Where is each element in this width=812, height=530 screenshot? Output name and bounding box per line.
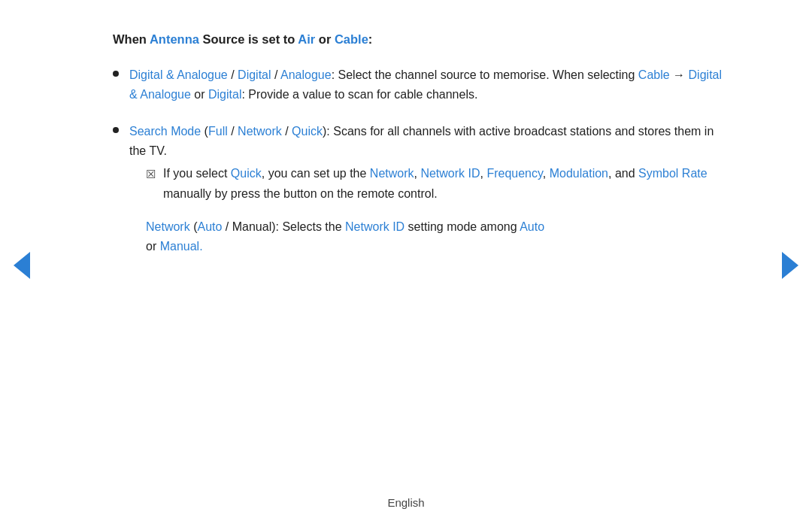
bullet-list: Digital & Analogue / Digital / Analogue:… [113,65,729,257]
sub-block-note: ☒ If you select Quick, you can set up th… [146,164,729,204]
b2-network: Network [238,125,282,138]
heading-suffix: : [368,32,373,46]
note-icon: ☒ [146,165,156,184]
note-mid1: , you can set up the [262,167,370,180]
b1-label1: Digital & Analogue [129,68,228,81]
bullet-text-2: Search Mode (Full / Network / Quick): Sc… [129,122,729,162]
page-container: When Antenna Source is set to Air or Cab… [0,0,812,530]
nl-paren-open: ( [190,220,198,233]
nl-rest: setting mode among [404,220,520,233]
note-item: ☒ If you select Quick, you can set up th… [146,164,729,204]
note-prefix: If you select [163,167,231,180]
b2-label1: Search Mode [129,125,201,138]
footer-text: English [387,496,424,509]
bullet-text-1: Digital & Analogue / Digital / Analogue:… [129,65,729,105]
b1-arrow: → [670,68,689,81]
note-networkid: Network ID [420,167,480,180]
b1-label2: Digital [238,68,271,81]
note-sep3: , [543,167,550,180]
bullet-text-2-wrapper: Search Mode (Full / Network / Quick): Sc… [129,122,729,257]
note-modulation: Modulation [550,167,608,180]
b1-rest3: : Provide a value to scan for cable chan… [241,88,477,101]
nl-mid: ): Selects the [271,220,345,233]
b1-sep2: / [271,68,280,81]
nl-auto2: Auto [520,220,544,233]
b1-cable: Cable [638,68,670,81]
b1-label3: Analogue [280,68,332,81]
nl-network: Network [146,220,190,233]
left-arrow[interactable] [14,252,30,279]
note-network: Network [370,167,414,180]
note-mid2: , and [608,167,638,180]
footer: English [0,496,812,509]
heading-antenna: Antenna [150,32,199,46]
b2-sep2: / [282,125,292,138]
b1-label5: Digital [208,88,241,101]
content-area: When Antenna Source is set to Air or Cab… [68,0,744,289]
nl-end1: or [146,240,160,253]
bullet-dot-1 [113,71,119,77]
b2-full: Full [208,125,228,138]
heading-line: When Antenna Source is set to Air or Cab… [113,30,729,49]
bullet-item-2: Search Mode (Full / Network / Quick): Sc… [113,122,729,257]
nl-auto: Auto [197,220,222,233]
nl-manual2: Manual. [160,240,203,253]
b1-rest1: : Select the channel source to memorise.… [332,68,638,81]
bullet-item-1: Digital & Analogue / Digital / Analogue:… [113,65,729,105]
heading-prefix: When [113,32,150,46]
note-suffix: manually by press the button on the remo… [163,187,438,200]
nl-sep: / [222,220,232,233]
heading-middle1: Source is set to [199,32,298,46]
heading-air: Air [298,32,315,46]
heading-middle2: or [315,32,335,46]
right-arrow[interactable] [782,252,798,279]
heading-cable: Cable [335,32,368,46]
note-symbolrate: Symbol Rate [638,167,707,180]
b2-sep1: / [228,125,238,138]
nl-networkid: Network ID [345,220,404,233]
note-quick: Quick [231,167,262,180]
b1-sep1: / [228,68,238,81]
network-line: Network (Auto / Manual): Selects the Net… [146,217,729,257]
b2-quick: Quick [292,125,323,138]
b2-paren-open: ( [201,125,208,138]
bullet-dot-2 [113,127,119,133]
b1-rest2: or [191,88,208,101]
note-text: If you select Quick, you can set up the … [163,164,729,204]
nl-manual: Manual [232,220,271,233]
note-frequency: Frequency [486,167,542,180]
